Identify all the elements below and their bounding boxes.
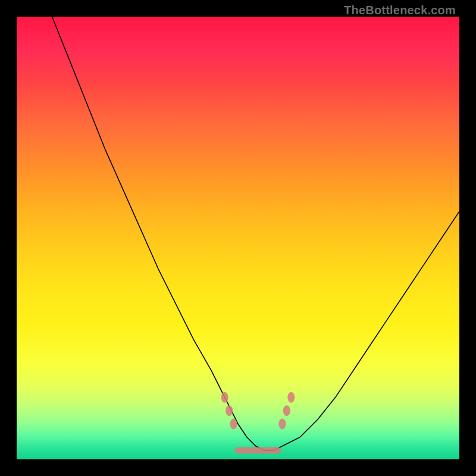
markers-group	[221, 392, 295, 430]
curve-marker	[230, 418, 237, 429]
curve-marker	[278, 418, 286, 429]
chart-svg	[17, 17, 459, 459]
watermark-text: TheBottleneck.com	[344, 4, 456, 17]
curve-marker	[287, 392, 295, 403]
bottleneck-curve	[52, 17, 459, 450]
curve-marker	[226, 405, 233, 416]
curve-marker	[283, 405, 290, 416]
plot-area	[17, 17, 459, 459]
chart-frame: TheBottleneck.com	[0, 0, 476, 476]
curve-marker	[221, 392, 228, 403]
